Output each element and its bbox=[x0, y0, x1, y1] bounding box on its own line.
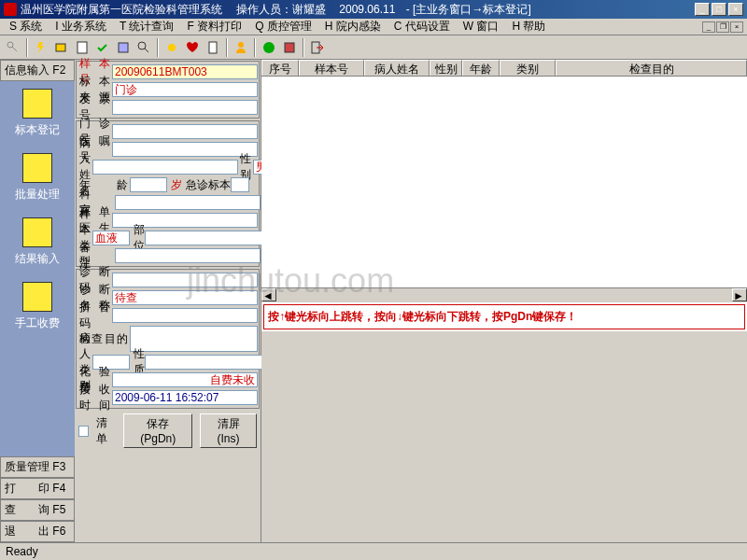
sidebar-item-register[interactable]: 标本登记 bbox=[0, 81, 75, 146]
statusbar: Ready bbox=[0, 542, 747, 559]
menu-code[interactable]: C 代码设置 bbox=[388, 18, 456, 35]
tool-sun-icon[interactable] bbox=[162, 38, 181, 57]
sidebar-header-input[interactable]: 信息输入 F2 bbox=[0, 60, 75, 81]
scroll-right-icon[interactable]: ► bbox=[732, 288, 747, 301]
remark-input[interactable] bbox=[115, 248, 261, 263]
tool-globe-icon[interactable] bbox=[260, 38, 278, 57]
check-purpose-input[interactable] bbox=[130, 326, 258, 352]
mdi-minimize[interactable]: _ bbox=[702, 21, 715, 33]
svg-rect-3 bbox=[119, 43, 128, 52]
title-date: 2009.06.11 bbox=[339, 3, 395, 16]
menu-stats[interactable]: T 统计查询 bbox=[114, 18, 179, 35]
sidebar-label: 批量处理 bbox=[15, 187, 60, 203]
emergency-input[interactable] bbox=[231, 177, 249, 192]
tool-report-icon[interactable] bbox=[114, 38, 133, 57]
age-input[interactable] bbox=[130, 177, 167, 192]
list-checkbox-label: 清单 bbox=[96, 415, 117, 447]
menu-help[interactable]: H 帮助 bbox=[506, 18, 551, 35]
horizontal-scrollbar[interactable]: ◄ ► bbox=[261, 287, 747, 302]
diag-code-input[interactable] bbox=[112, 273, 258, 287]
sample-no-input[interactable] bbox=[112, 64, 258, 79]
toolbar bbox=[0, 35, 747, 60]
sidebar-item-result[interactable]: 结果输入 bbox=[0, 210, 75, 274]
tool-user-icon[interactable] bbox=[232, 38, 250, 57]
menu-window[interactable]: W 窗口 bbox=[458, 18, 505, 35]
content-area: 序号 样本号 病人姓名 性别 年龄 类别 检查目的 ◄ ► 按↑键光标向上跳转，… bbox=[261, 60, 747, 542]
maximize-button[interactable]: □ bbox=[712, 3, 726, 16]
scroll-left-icon[interactable]: ◄ bbox=[261, 288, 276, 301]
tool-heart-icon[interactable] bbox=[183, 38, 202, 57]
tool-doc-icon[interactable] bbox=[204, 38, 222, 57]
diag-name-input[interactable] bbox=[112, 290, 258, 305]
close-button[interactable]: × bbox=[728, 3, 743, 16]
tool-exit-icon[interactable] bbox=[308, 38, 327, 57]
pinyin-input[interactable] bbox=[112, 308, 258, 323]
emergency-label: 急诊标本 bbox=[186, 177, 231, 193]
menu-qc[interactable]: Q 质控管理 bbox=[249, 18, 317, 35]
col-type[interactable]: 类别 bbox=[500, 60, 556, 76]
med-order-input[interactable] bbox=[112, 142, 258, 157]
hint-text: 按↑键光标向上跳转，按向↓键光标向下跳转，按PgDn键保存！ bbox=[263, 304, 745, 329]
register-icon bbox=[22, 89, 52, 119]
menubar: S 系统 I 业务系统 T 统计查询 F 资料打印 Q 质控管理 H 院内感染 … bbox=[0, 19, 747, 35]
batch-icon bbox=[22, 153, 52, 183]
tool-check-icon[interactable] bbox=[93, 38, 112, 57]
recv-time-input[interactable] bbox=[112, 390, 258, 405]
list-checkbox[interactable] bbox=[78, 426, 89, 437]
col-sex[interactable]: 性别 bbox=[430, 60, 462, 76]
mdi-close[interactable]: × bbox=[730, 21, 743, 33]
sidebar-label: 标本登记 bbox=[15, 122, 60, 138]
sidebar-print[interactable]: 打 印 F4 bbox=[0, 478, 75, 499]
menu-system[interactable]: S 系统 bbox=[4, 18, 48, 35]
svg-point-5 bbox=[168, 44, 176, 51]
sidebar-label: 结果输入 bbox=[15, 251, 60, 267]
app-title: 温州医学院附属第一医院检验科管理系统 bbox=[21, 2, 222, 18]
window-title: - [主业务窗口→标本登记] bbox=[406, 2, 531, 18]
col-seq[interactable]: 序号 bbox=[261, 60, 299, 76]
menu-print[interactable]: F 资料打印 bbox=[181, 18, 247, 35]
sidebar-exit[interactable]: 退 出 F6 bbox=[0, 521, 75, 542]
outpatient-input[interactable] bbox=[112, 124, 258, 139]
svg-rect-6 bbox=[209, 42, 217, 53]
tool-search-icon[interactable] bbox=[134, 38, 153, 57]
grid-body[interactable] bbox=[261, 77, 747, 287]
tool-flash-icon[interactable] bbox=[32, 38, 50, 57]
mdi-restore[interactable]: ❐ bbox=[716, 21, 729, 33]
sample-src-input[interactable] bbox=[112, 82, 258, 97]
tool-batch-icon[interactable] bbox=[52, 38, 71, 57]
tool-key-icon[interactable] bbox=[4, 38, 22, 57]
minimize-button[interactable]: _ bbox=[695, 3, 710, 16]
col-purpose[interactable]: 检查目的 bbox=[556, 60, 747, 76]
col-sample[interactable]: 样本号 bbox=[299, 60, 364, 76]
clear-button[interactable]: 清屏(Ins) bbox=[200, 413, 257, 448]
col-name[interactable]: 病人姓名 bbox=[364, 60, 430, 76]
result-icon bbox=[22, 217, 52, 247]
fee-icon bbox=[22, 282, 52, 312]
menu-infection[interactable]: H 院内感染 bbox=[319, 18, 387, 35]
save-button[interactable]: 保存(PgDn) bbox=[123, 413, 192, 448]
sidebar-label: 手工收费 bbox=[15, 315, 60, 331]
sidebar-qc[interactable]: 质量管理 F3 bbox=[0, 456, 75, 478]
recv-time-label: 接收时间 bbox=[78, 382, 112, 413]
svg-point-8 bbox=[263, 42, 275, 53]
fee-input[interactable] bbox=[112, 372, 258, 387]
form-panel: 样 本 号 标本来源 发 票 号 门 诊 号 医 嘱 号 病人姓名 bbox=[75, 60, 261, 542]
patient-name-input[interactable] bbox=[92, 160, 238, 175]
invoice-input[interactable] bbox=[112, 100, 258, 115]
sidebar-query[interactable]: 查 询 F5 bbox=[0, 499, 75, 521]
svg-point-7 bbox=[238, 42, 244, 48]
col-age[interactable]: 年龄 bbox=[462, 60, 500, 76]
operator-label: 操作人员：谢耀盛 bbox=[236, 2, 326, 18]
grid-header: 序号 样本号 病人姓名 性别 年龄 类别 检查目的 bbox=[261, 60, 747, 77]
tool-result-icon[interactable] bbox=[73, 38, 92, 57]
sidebar: 信息输入 F2 标本登记 批量处理 结果输入 手工收费 质量管理 F3 打 印 … bbox=[0, 60, 75, 542]
sidebar-item-batch[interactable]: 批量处理 bbox=[0, 146, 75, 210]
sidebar-item-fee[interactable]: 手工收费 bbox=[0, 274, 75, 339]
app-icon bbox=[4, 3, 17, 16]
titlebar: 温州医学院附属第一医院检验科管理系统 操作人员：谢耀盛 2009.06.11 -… bbox=[0, 0, 747, 19]
svg-rect-9 bbox=[285, 43, 294, 52]
menu-business[interactable]: I 业务系统 bbox=[49, 18, 112, 35]
pinyin-label: 拼 音 码 bbox=[78, 300, 112, 331]
dept-input[interactable] bbox=[115, 195, 261, 210]
tool-book-icon[interactable] bbox=[280, 38, 299, 57]
